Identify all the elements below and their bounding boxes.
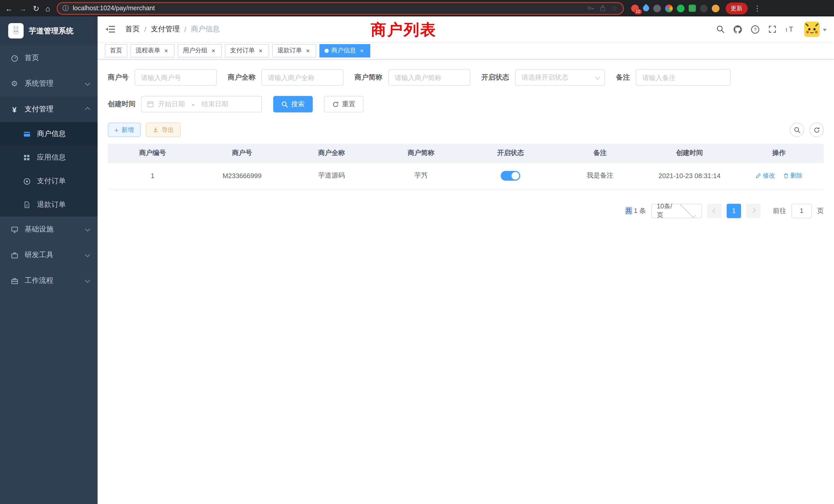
- home-icon[interactable]: ⌂: [45, 4, 50, 12]
- add-button[interactable]: + 新增: [108, 123, 140, 137]
- sidebar-item-label: 系统管理: [25, 79, 80, 88]
- prev-page-button[interactable]: [707, 204, 722, 218]
- logo-rabbit-icon: [8, 23, 24, 39]
- user-menu[interactable]: [804, 22, 827, 37]
- sidebar-item-workflow[interactable]: 工作流程: [0, 268, 97, 294]
- sidebar-item-label: 工作流程: [25, 276, 80, 285]
- browser-menu-icon[interactable]: ⋮: [754, 4, 761, 12]
- close-icon[interactable]: ×: [257, 47, 264, 54]
- breadcrumb-separator: /: [144, 25, 146, 33]
- sidebar-item-devtools[interactable]: 研发工具: [0, 242, 97, 268]
- search-button[interactable]: 搜索: [273, 96, 313, 112]
- pagination: 共 1 条 10条/页 1 前往 页: [108, 204, 824, 218]
- delete-button[interactable]: 删除: [783, 171, 803, 180]
- close-icon[interactable]: ×: [210, 47, 217, 54]
- page-size-select[interactable]: 10条/页: [651, 204, 702, 218]
- active-dot-icon: [325, 48, 329, 53]
- close-icon[interactable]: ×: [358, 47, 365, 54]
- refresh-icon[interactable]: [809, 123, 824, 137]
- tab-user-group[interactable]: 用户分组 ×: [178, 44, 222, 57]
- sidebar-item-app-info[interactable]: 应用信息: [0, 146, 97, 169]
- sidebar-item-label: 退款订单: [37, 200, 66, 209]
- breadcrumb-payment[interactable]: 支付管理: [151, 25, 180, 34]
- app-logo[interactable]: 芋道管理系统: [0, 17, 97, 45]
- cell-short-name: 芋艿: [376, 162, 466, 189]
- share-icon[interactable]: [599, 5, 606, 12]
- profile-avatar-icon[interactable]: [711, 4, 719, 12]
- header-search-icon[interactable]: [717, 25, 725, 33]
- merchant-no-input[interactable]: [134, 69, 217, 86]
- font-size-icon[interactable]: tT: [785, 25, 795, 33]
- extension-drop-icon[interactable]: [641, 4, 650, 13]
- sidebar-item-system[interactable]: ⚙ 系统管理: [0, 71, 97, 96]
- annotation-title: 商户列表: [371, 20, 437, 41]
- bookmark-star-icon[interactable]: ☆: [611, 4, 617, 12]
- create-time-range-picker[interactable]: 开始日期 - 结束日期: [141, 96, 262, 112]
- password-key-icon[interactable]: [587, 5, 594, 12]
- sidebar-item-label: 支付订单: [37, 177, 66, 186]
- page-unit-label: 页: [817, 206, 824, 215]
- extension-puzzle-icon[interactable]: 10: [631, 4, 639, 12]
- page-1-button[interactable]: 1: [727, 204, 741, 218]
- filter-label: 备注: [616, 73, 630, 82]
- merchant-short-input[interactable]: [388, 69, 470, 86]
- tab-process-form[interactable]: 流程表单 ×: [130, 44, 175, 57]
- page-info-icon[interactable]: ⓘ: [62, 4, 69, 13]
- tab-label: 退款订单: [277, 46, 302, 55]
- cell-merchant-id: 1: [108, 162, 197, 189]
- breadcrumb-home[interactable]: 首页: [125, 25, 140, 34]
- merchant-name-input[interactable]: [261, 69, 343, 86]
- sidebar-item-payment[interactable]: ¥ 支付管理: [0, 96, 97, 122]
- fullscreen-icon[interactable]: [768, 25, 776, 33]
- sidebar-item-refund-order[interactable]: 退款订单: [0, 193, 97, 216]
- address-bar[interactable]: ⓘ localhost:1024/pay/merchant ☆: [56, 2, 624, 15]
- chrome-update-button[interactable]: 更新: [725, 2, 747, 14]
- breadcrumb-current: 商户信息: [191, 25, 220, 34]
- forward-icon[interactable]: →: [19, 4, 27, 12]
- edit-button[interactable]: 修改: [755, 171, 775, 180]
- sidebar-item-infra[interactable]: 基础设施: [0, 216, 97, 242]
- tab-label: 用户分组: [183, 46, 207, 55]
- tab-refund-order[interactable]: 退款订单 ×: [272, 44, 316, 57]
- sidebar-item-merchant-info[interactable]: 商户信息: [0, 122, 97, 146]
- extension-pin-icon[interactable]: [700, 4, 707, 12]
- svg-text:T: T: [789, 25, 793, 33]
- filter-merchant-name: 商户全称: [228, 69, 343, 86]
- extension-gray-icon[interactable]: [653, 4, 661, 12]
- gear-icon: ⚙: [10, 79, 19, 88]
- next-page-button[interactable]: [746, 204, 761, 218]
- reload-icon[interactable]: ↻: [33, 4, 39, 12]
- chevron-up-icon: [85, 107, 90, 112]
- column-header: 备注: [555, 144, 645, 162]
- column-header: 商户简称: [376, 144, 466, 162]
- url-text[interactable]: localhost:1024/pay/merchant: [73, 5, 583, 12]
- status-select[interactable]: 请选择开启状态: [515, 69, 605, 86]
- tab-merchant-info[interactable]: 商户信息 ×: [320, 44, 370, 57]
- document-icon: [23, 201, 31, 208]
- remark-input[interactable]: [636, 69, 730, 86]
- plus-icon: +: [114, 127, 118, 133]
- tab-home[interactable]: 首页: [105, 44, 127, 57]
- tab-pay-order[interactable]: 支付订单 ×: [225, 44, 269, 57]
- sidebar-fold-icon[interactable]: [105, 24, 116, 35]
- app-title: 芋道管理系统: [29, 26, 73, 36]
- export-button-label: 导出: [161, 125, 174, 134]
- toggle-search-icon[interactable]: [790, 123, 804, 137]
- extension-green-square-icon[interactable]: [688, 5, 696, 12]
- monitor-icon: [10, 226, 19, 233]
- help-icon[interactable]: ?: [751, 25, 760, 33]
- status-toggle[interactable]: [501, 171, 520, 180]
- close-icon[interactable]: ×: [163, 47, 170, 54]
- github-icon[interactable]: [733, 25, 742, 33]
- delete-button-label: 删除: [790, 171, 803, 180]
- goto-page-input[interactable]: [791, 204, 812, 218]
- export-button[interactable]: 导出: [146, 123, 180, 137]
- sidebar-item-home[interactable]: 首页: [0, 45, 97, 71]
- close-icon[interactable]: ×: [305, 47, 311, 54]
- download-icon: [152, 127, 158, 133]
- reset-button[interactable]: 重置: [324, 96, 364, 112]
- extension-green-circle-icon[interactable]: [677, 4, 684, 12]
- back-icon[interactable]: ←: [5, 4, 13, 12]
- extension-color-icon[interactable]: [665, 4, 673, 12]
- sidebar-item-pay-order[interactable]: 支付订单: [0, 169, 97, 193]
